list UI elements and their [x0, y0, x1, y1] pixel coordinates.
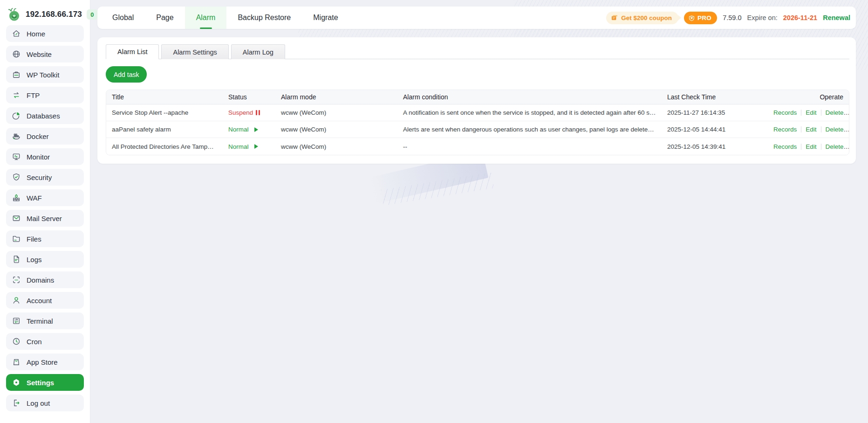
sidebar-item-terminal[interactable]: Terminal	[6, 312, 84, 329]
globe-icon	[12, 49, 21, 59]
heart-icon	[688, 14, 695, 21]
table-header-row: Title Status Alarm mode Alarm condition …	[106, 90, 849, 104]
table-row: Service Stop Alert --apache Suspend wcww…	[106, 104, 849, 121]
column-alarm-condition: Alarm condition	[397, 93, 662, 101]
column-last-check-time: Last Check Time	[662, 93, 768, 101]
row-title: aaPanel safety alarm	[106, 126, 223, 133]
delete-link[interactable]: Delete	[826, 126, 844, 133]
status-badge: Normal	[228, 126, 258, 133]
top-navigation: Global Page Alarm Backup Restore Migrate	[101, 7, 349, 29]
play-icon	[254, 127, 258, 132]
top-bar: Global Page Alarm Backup Restore Migrate…	[97, 7, 856, 29]
row-alarm-condition: Alerts are sent when dangerous operation…	[397, 126, 662, 133]
column-status: Status	[223, 93, 275, 101]
column-operate: Operate	[768, 93, 849, 101]
row-title: Service Stop Alert --apache	[106, 109, 223, 116]
records-link[interactable]: Records	[773, 143, 797, 150]
firewall-icon	[12, 193, 21, 202]
row-last-check-time: 2025-12-05 14:39:41	[662, 143, 768, 150]
status-badge: Suspend	[228, 109, 263, 116]
terminal-icon	[12, 316, 21, 326]
sidebar-item-ftp[interactable]: FTP	[6, 87, 84, 104]
add-task-button[interactable]: Add task	[106, 66, 147, 83]
transfer-arrows-icon	[12, 90, 21, 100]
topnav-migrate[interactable]: Migrate	[302, 7, 349, 29]
edit-link[interactable]: Edit	[806, 126, 816, 133]
row-alarm-mode: wcww (WeCom)	[275, 143, 397, 150]
row-last-check-time: 2025-11-27 16:14:35	[662, 109, 768, 116]
topnav-backup-restore[interactable]: Backup Restore	[226, 7, 302, 29]
shield-check-icon	[12, 173, 21, 182]
sidebar-item-website[interactable]: Website	[6, 46, 84, 62]
pro-badge[interactable]: PRO	[684, 12, 717, 24]
row-title: All Protected Directories Are Tamper-Pro…	[106, 143, 223, 150]
tab-alarm-list[interactable]: Alarm List	[106, 44, 159, 59]
status-badge: Normal	[228, 143, 258, 150]
sidebar-item-domains[interactable]: Domains	[6, 271, 84, 288]
gear-icon	[12, 378, 21, 387]
panel-version: 7.59.0	[723, 14, 741, 21]
column-title: Title	[106, 93, 223, 101]
play-icon	[254, 144, 258, 149]
sidebar-menu: Home Website WP Toolkit FTP Databases Do…	[6, 25, 84, 411]
scan-frame-icon	[12, 275, 21, 284]
main-area: Global Page Alarm Backup Restore Migrate…	[90, 0, 868, 423]
folder-icon	[12, 234, 21, 243]
row-alarm-mode: wcww (WeCom)	[275, 126, 397, 133]
sidebar-item-databases[interactable]: Databases	[6, 107, 84, 124]
delete-link[interactable]: Delete	[826, 109, 844, 116]
alarm-content-card: Alarm List Alarm Settings Alarm Log Add …	[97, 37, 856, 164]
home-icon	[12, 29, 21, 38]
delete-link[interactable]: Delete	[826, 143, 844, 150]
topbar-right-cluster: Get $200 coupon PRO 7.59.0 Expire on: 20…	[606, 12, 850, 24]
sidebar-item-account[interactable]: Account	[6, 292, 84, 309]
row-last-check-time: 2025-12-05 14:44:41	[662, 126, 768, 133]
renewal-link[interactable]: Renewal	[823, 14, 850, 21]
sidebar-item-app-store[interactable]: App Store	[6, 354, 84, 370]
table-row: aaPanel safety alarm Normal wcww (WeCom)…	[106, 121, 849, 138]
edit-link[interactable]: Edit	[806, 109, 816, 116]
coupon-icon	[611, 14, 618, 21]
tab-alarm-log[interactable]: Alarm Log	[231, 44, 285, 59]
alarm-table: Title Status Alarm mode Alarm condition …	[106, 90, 849, 155]
records-link[interactable]: Records	[773, 126, 797, 133]
topnav-global[interactable]: Global	[101, 7, 145, 29]
sidebar-item-home[interactable]: Home	[6, 25, 84, 42]
row-operations: RecordsEditDelete	[773, 126, 844, 133]
sidebar-item-wp-toolkit[interactable]: WP Toolkit	[6, 66, 84, 83]
topnav-page[interactable]: Page	[145, 7, 185, 29]
sidebar-item-log-out[interactable]: Log out	[6, 395, 84, 411]
user-icon	[12, 296, 21, 305]
coupon-button[interactable]: Get $200 coupon	[606, 12, 678, 24]
row-operations: RecordsEditDelete	[773, 109, 844, 116]
sidebar-item-monitor[interactable]: Monitor	[6, 148, 84, 165]
pie-chart-icon	[12, 111, 21, 120]
docker-icon	[12, 132, 21, 141]
envelope-icon	[12, 214, 21, 223]
edit-link[interactable]: Edit	[806, 143, 816, 150]
server-ip: 192.168.66.173	[26, 10, 82, 19]
shopping-bag-icon	[12, 357, 21, 367]
sidebar-item-waf[interactable]: WAF	[6, 189, 84, 206]
briefcase-icon	[12, 70, 21, 79]
alarm-tabs: Alarm List Alarm Settings Alarm Log	[106, 44, 849, 59]
row-alarm-condition: --	[397, 143, 662, 150]
expire-label: Expire on:	[747, 14, 777, 21]
sidebar-item-cron[interactable]: Cron	[6, 333, 84, 350]
sidebar: 192.168.66.173 0 Home Website WP Toolkit…	[0, 0, 90, 423]
table-row: All Protected Directories Are Tamper-Pro…	[106, 138, 849, 155]
sidebar-item-logs[interactable]: Logs	[6, 251, 84, 268]
sidebar-header: 192.168.66.173 0	[6, 7, 84, 22]
tab-alarm-settings[interactable]: Alarm Settings	[161, 44, 228, 59]
sidebar-item-docker[interactable]: Docker	[6, 128, 84, 145]
sidebar-item-files[interactable]: Files	[6, 230, 84, 247]
sidebar-item-security[interactable]: Security	[6, 169, 84, 186]
records-link[interactable]: Records	[773, 109, 797, 116]
aapanel-logo-icon	[7, 7, 22, 22]
clock-icon	[12, 337, 21, 346]
sidebar-item-mail-server[interactable]: Mail Server	[6, 210, 84, 227]
monitor-icon	[12, 152, 21, 161]
pause-icon	[256, 110, 260, 115]
topnav-alarm[interactable]: Alarm	[185, 7, 227, 29]
sidebar-item-settings[interactable]: Settings	[6, 374, 84, 391]
